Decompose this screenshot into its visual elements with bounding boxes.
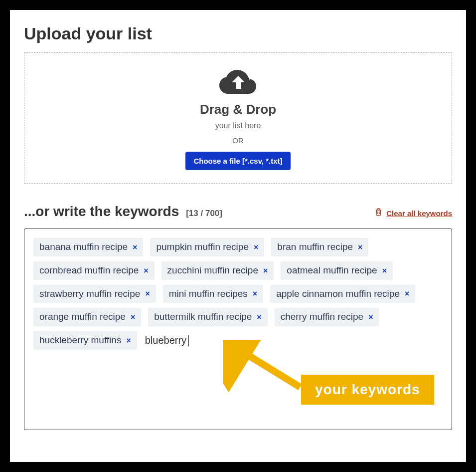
write-keywords-title: ...or write the keywords xyxy=(24,204,179,220)
keywords-input-box[interactable]: banana muffin recipe×pumpkin muffin reci… xyxy=(24,229,452,430)
keyword-tag-label: apple cinnamon muffin recipe xyxy=(276,288,400,300)
keyword-tag: pumpkin muffin recipe× xyxy=(150,238,264,256)
keyword-tag: orange muffin recipe× xyxy=(33,308,141,326)
keyword-tag-label: bran muffin recipe xyxy=(277,241,353,253)
keyword-tag: zucchini muffin recipe× xyxy=(161,261,274,280)
upload-title: Upload your list xyxy=(24,24,452,43)
keyword-tag-label: oatmeal muffin recipe xyxy=(287,265,377,276)
choose-file-button[interactable]: Choose a file [*.csv, *.txt] xyxy=(185,152,290,170)
keyword-counter: [13 / 700] xyxy=(186,209,222,219)
drag-drop-subtitle: your list here xyxy=(215,121,261,130)
remove-tag-icon[interactable]: × xyxy=(143,266,149,275)
keyword-tag-label: pumpkin muffin recipe xyxy=(156,241,249,253)
remove-tag-icon[interactable]: × xyxy=(252,289,258,298)
remove-tag-icon[interactable]: × xyxy=(404,289,410,298)
cloud-upload-icon xyxy=(219,70,257,97)
panel: Upload your list Drag & Drop your list h… xyxy=(10,10,466,462)
remove-tag-icon[interactable]: × xyxy=(253,242,259,252)
keyword-tag-label: buttermilk muffin recipe xyxy=(154,311,252,323)
clear-all-label: Clear all keywords xyxy=(386,209,452,218)
keyword-tag: buttermilk muffin recipe× xyxy=(148,308,267,326)
keyword-tag-label: orange muffin recipe xyxy=(39,311,126,323)
drag-drop-title: Drag & Drop xyxy=(200,102,276,117)
keyword-tag: banana muffin recipe× xyxy=(33,238,143,256)
remove-tag-icon[interactable]: × xyxy=(367,312,374,322)
keyword-tag: mini muffin recipes× xyxy=(163,285,263,303)
keyword-tag-label: cherry muffin recipe xyxy=(281,311,364,323)
keyword-tag: strawberry muffin recipe× xyxy=(33,285,156,303)
keyword-tag-label: strawberry muffin recipe xyxy=(39,288,140,300)
keyword-tag-label: zucchini muffin recipe xyxy=(167,265,258,276)
remove-tag-icon[interactable]: × xyxy=(381,266,388,275)
keyword-tag: bran muffin recipe× xyxy=(271,238,368,256)
trash-icon xyxy=(375,208,382,218)
keyword-tags-container: banana muffin recipe×pumpkin muffin reci… xyxy=(33,238,443,350)
remove-tag-icon[interactable]: × xyxy=(132,242,138,252)
remove-tag-icon[interactable]: × xyxy=(130,312,136,322)
write-header-row: ...or write the keywords [13 / 700] Clea… xyxy=(24,204,452,220)
remove-tag-icon[interactable]: × xyxy=(144,289,151,298)
text-caret xyxy=(188,335,189,346)
svg-line-0 xyxy=(233,346,300,387)
clear-all-keywords-link[interactable]: Clear all keywords xyxy=(375,208,452,218)
keyword-tag: oatmeal muffin recipe× xyxy=(281,261,393,280)
remove-tag-icon[interactable]: × xyxy=(256,312,262,322)
file-dropzone[interactable]: Drag & Drop your list here OR Choose a f… xyxy=(24,52,452,184)
remove-tag-icon[interactable]: × xyxy=(357,242,363,252)
keyword-tag-label: huckleberry muffins xyxy=(39,335,121,346)
annotation-callout: your keywords xyxy=(301,375,434,405)
keyword-tag-label: banana muffin recipe xyxy=(39,241,128,253)
remove-tag-icon[interactable]: × xyxy=(125,336,132,345)
keyword-tag: apple cinnamon muffin recipe× xyxy=(270,285,415,303)
keyword-tag: huckleberry muffins× xyxy=(33,331,137,350)
keyword-tag-label: cornbread muffin recipe xyxy=(39,265,139,276)
drag-drop-or: OR xyxy=(232,136,244,145)
keyword-tag: cornbread muffin recipe× xyxy=(33,261,155,280)
keyword-typing-input[interactable]: blueberry xyxy=(144,332,190,349)
remove-tag-icon[interactable]: × xyxy=(262,266,269,275)
keyword-tag: cherry muffin recipe× xyxy=(275,308,379,326)
keyword-tag-label: mini muffin recipes xyxy=(169,288,248,300)
